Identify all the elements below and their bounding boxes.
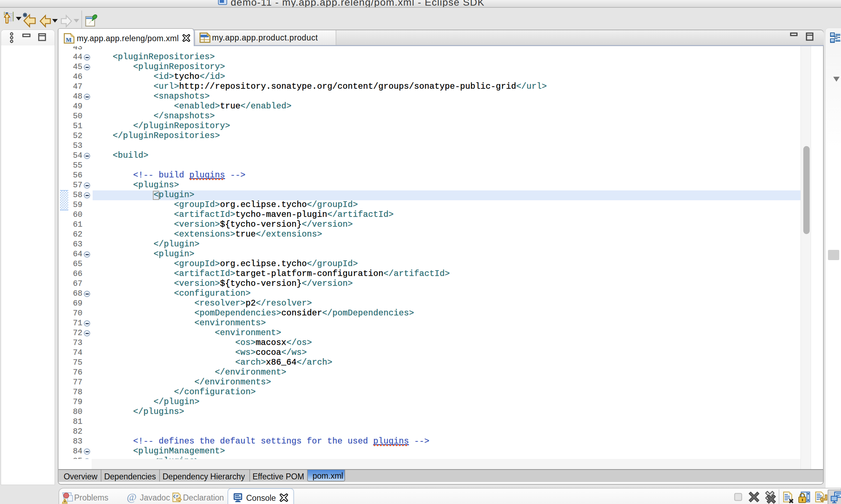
svg-text:M: M (66, 37, 71, 43)
